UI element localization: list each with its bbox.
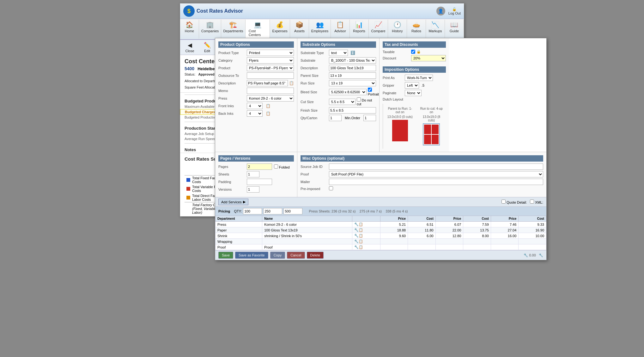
category-select[interactable]: Flyers: [247, 57, 294, 64]
padding-row: Padding: [218, 179, 294, 185]
product-select[interactable]: PS-FlyersHalf - PS Flyers h: [247, 65, 294, 71]
taxable-row: Taxable 🔒: [383, 50, 446, 54]
qty-carton-input[interactable]: [329, 115, 342, 121]
description-copy-icon[interactable]: 📋: [289, 81, 294, 85]
app-title: Cost Rates Advisor: [197, 8, 243, 14]
assets-icon: 📦: [295, 21, 303, 28]
dutch-layout-row: Dutch Layout: [383, 97, 446, 101]
cc-number: 5400: [185, 66, 194, 71]
title-bar: $ Cost Rates Advisor 👤 🔓 Log Out: [180, 3, 464, 19]
qty-input-1[interactable]: [243, 208, 262, 214]
description-row: Description 📋: [218, 80, 294, 86]
nav-ratios[interactable]: 🥧 Ratios: [407, 20, 426, 39]
nav-home[interactable]: 🏠 Home: [180, 20, 199, 39]
misc-options-title: Misc Options (optional): [301, 155, 543, 162]
nav-markups[interactable]: 📉 Markups: [426, 20, 445, 39]
layout-area: Parent to Run: 1-out on 13.0x19.0 (0 cut…: [383, 104, 446, 149]
history-icon: 🕐: [393, 21, 401, 28]
nav-guide[interactable]: 📖 Guide: [445, 20, 464, 39]
sheets-row: Sheets: [218, 171, 294, 177]
nav-advisor[interactable]: 📋 Advisor: [331, 20, 350, 39]
press-select[interactable]: Komori 29-2 - 6 color: [247, 95, 294, 102]
nav-expenses[interactable]: 💰 Expenses: [270, 20, 290, 39]
product-type-row: Product Type Printed: [218, 50, 294, 56]
run-size-select[interactable]: 13 x 19: [329, 80, 376, 86]
sheets-input[interactable]: [247, 171, 259, 177]
back-inks-copy-icon[interactable]: 📋: [266, 111, 270, 116]
front-inks-copy-icon[interactable]: 📋: [266, 104, 270, 108]
pages-input[interactable]: [247, 163, 272, 170]
taxable-checkbox[interactable]: [411, 50, 415, 54]
substrate-options-panel: Substrate Options Substrate Type text ℹ️…: [297, 38, 380, 152]
close-icon: ◀: [188, 42, 192, 49]
do-not-cut-checkbox[interactable]: [357, 97, 361, 102]
logout-button[interactable]: 🔓 Log Out: [448, 7, 461, 15]
qty-input-2[interactable]: [263, 208, 282, 214]
nav-toolbar: 🏠 Home 🏢 Companies 🏗️ Departments 💻 Cost…: [180, 19, 464, 40]
logo: $ Cost Rates Advisor: [183, 5, 243, 17]
nav-compare[interactable]: 📈 Compare: [369, 20, 388, 39]
bleed-size-select[interactable]: 5.62500 x 8.62500: [329, 89, 367, 95]
substrate-type-select[interactable]: text: [329, 50, 348, 56]
paginate-row: Paginate None: [383, 90, 446, 96]
cut-size-select[interactable]: 5.5 x 8.5: [329, 99, 355, 105]
substrate-desc-input[interactable]: [329, 65, 376, 71]
cut-size-row: Cut Size 5.5 x 8.5 Do not cut: [301, 97, 376, 106]
proof-select[interactable]: Soft Proof (PDF File): [329, 171, 543, 177]
nav-companies[interactable]: 🏢 Companies: [199, 20, 221, 39]
edit-button[interactable]: ✏️ Edit: [200, 41, 214, 53]
ratios-icon: 🥧: [412, 21, 420, 28]
memo-input[interactable]: [247, 88, 294, 94]
print-as-row: Print As Work-N-Turn: [383, 75, 446, 81]
memo-row: Memo: [218, 88, 294, 94]
companies-icon: 🏢: [206, 21, 214, 28]
nav-employees[interactable]: 👥 Employees: [309, 20, 331, 39]
guide-icon: 📖: [450, 21, 458, 28]
gripper-select[interactable]: Left: [405, 82, 419, 89]
parent-layout-diagram: Parent to Run: 1-out on 13.0x19.0 (0 cut…: [386, 107, 414, 145]
compare-icon: 📈: [374, 21, 382, 28]
pages-versions-title: Pages / Versions: [218, 155, 294, 162]
parent-size-input[interactable]: [329, 72, 376, 79]
pre-imposed-checkbox[interactable]: [329, 186, 333, 190]
print-as-select[interactable]: Work-N-Turn: [405, 75, 433, 81]
edit-icon: ✏️: [204, 42, 211, 49]
quote-detail-area: Quote Detail: XML:: [501, 200, 543, 204]
grid-cell-4: [432, 135, 439, 144]
finish-size-input[interactable]: [329, 107, 376, 114]
add-services-button[interactable]: Add Services ▶: [218, 199, 248, 205]
substrate-select[interactable]: B_100GT - 100 Gloss Text: [329, 57, 376, 64]
overlay-top-row: Product Options Product Type Printed Cat…: [215, 38, 546, 152]
description-input[interactable]: [247, 80, 288, 86]
front-inks-select[interactable]: 4: [247, 103, 263, 109]
run-size-row: Run Size 13 x 19: [301, 80, 376, 86]
substrate-info-icon[interactable]: ℹ️: [350, 51, 355, 55]
mailer-input[interactable]: [329, 179, 543, 185]
versions-input[interactable]: [247, 186, 259, 193]
pricing-table: Department Name Price Cost Price Cost Pr…: [215, 216, 546, 220]
close-button[interactable]: ◀ Close: [183, 41, 197, 53]
imposition-title: Imposition Options: [383, 66, 446, 73]
quote-detail-checkbox[interactable]: [501, 200, 506, 204]
qty-input-3[interactable]: [283, 208, 302, 214]
expenses-icon: 💰: [276, 21, 284, 28]
discount-row: Discount 20%: [383, 55, 446, 61]
discount-select[interactable]: 20%: [411, 55, 446, 61]
advisor-icon: 📋: [336, 21, 344, 28]
category-row: Category Flyers: [218, 57, 294, 64]
outsource-input[interactable]: [247, 72, 294, 79]
nav-cost-centers[interactable]: 💻 Cost Centers: [246, 20, 270, 39]
folded-checkbox[interactable]: [274, 164, 278, 169]
nav-reports[interactable]: 📊 Reports: [350, 20, 369, 39]
source-job-input[interactable]: [329, 163, 543, 170]
padding-input[interactable]: [247, 179, 272, 185]
xml-checkbox[interactable]: [530, 200, 534, 204]
portrait-checkbox[interactable]: [368, 88, 372, 92]
nav-departments[interactable]: 🏗️ Departments: [221, 20, 246, 39]
nav-history[interactable]: 🕐 History: [388, 20, 407, 39]
paginate-select[interactable]: None: [405, 90, 422, 96]
back-inks-select[interactable]: 4: [247, 110, 263, 117]
min-order-input[interactable]: [363, 115, 376, 121]
product-type-select[interactable]: Printed: [247, 50, 294, 56]
nav-assets[interactable]: 📦 Assets: [290, 20, 309, 39]
